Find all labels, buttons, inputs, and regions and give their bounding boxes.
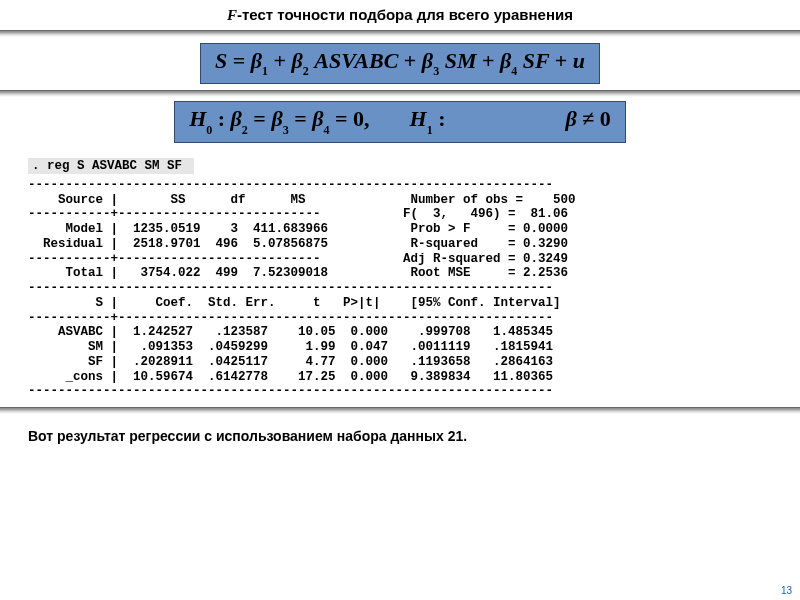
hypotheses: H0 : β2 = β3 = β4 = 0,H1 :β ≠ 0: [174, 101, 626, 142]
hypotheses-block: H0 : β2 = β3 = β4 = 0,H1 :β ≠ 0: [0, 97, 800, 150]
equation-block: S = β1 + β2 ASVABC + β3 SM + β4 SF + u: [0, 37, 800, 90]
divider: [0, 407, 800, 414]
page-title: F-тест точности подбора для всего уравне…: [0, 0, 800, 30]
divider: [0, 90, 800, 97]
divider: [0, 30, 800, 37]
title-text: -тест точности подбора для всего уравнен…: [237, 6, 573, 23]
stata-command: . reg S ASVABC SM SF: [28, 158, 194, 174]
regression-output: . reg S ASVABC SM SF -------------------…: [0, 151, 800, 407]
title-prefix: F: [227, 7, 237, 23]
model-equation: S = β1 + β2 ASVABC + β3 SM + β4 SF + u: [200, 43, 600, 84]
stata-output: ----------------------------------------…: [28, 178, 772, 399]
caption-text: Вот результат регрессии с использованием…: [0, 414, 800, 458]
slide-number: 13: [781, 585, 792, 596]
